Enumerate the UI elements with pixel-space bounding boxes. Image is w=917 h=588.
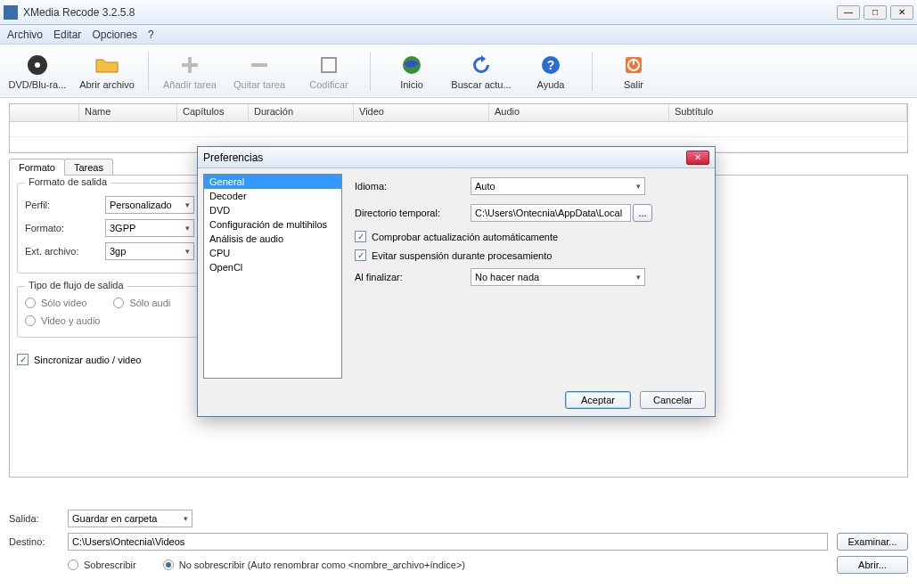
folder-open-icon — [94, 53, 119, 78]
toolbar-home-button[interactable]: Inicio — [380, 47, 444, 95]
menu-archivo[interactable]: Archivo — [7, 29, 43, 41]
category-list[interactable]: General Decoder DVD Configuración de mul… — [203, 174, 342, 379]
examinar-button[interactable]: Examinar... — [837, 533, 908, 551]
on-finish-combo[interactable]: No hacer nada — [471, 268, 645, 286]
help-icon: ? — [538, 53, 563, 78]
table-col-subtitle[interactable]: Subtítulo — [669, 104, 907, 121]
salida-combo[interactable]: Guardar en carpeta — [68, 510, 192, 527]
radio-no-sobrescribir[interactable]: No sobrescribir (Auto renombrar como <no… — [163, 559, 465, 570]
globe-icon — [399, 53, 424, 78]
category-decoder[interactable]: Decoder — [204, 189, 341, 203]
radio-video-only[interactable]: Sólo video — [25, 298, 86, 308]
toolbar-dvd-button[interactable]: DVD/Blu-ra... — [5, 47, 70, 95]
output-format-legend: Formato de salida — [25, 176, 111, 187]
toolbar-help-button[interactable]: ? Ayuda — [519, 47, 583, 95]
app-icon — [4, 5, 18, 20]
ext-combo[interactable]: 3gp — [105, 242, 194, 260]
menu-opciones[interactable]: Opciones — [92, 29, 137, 41]
avoid-suspend-label: Evitar suspensión durante procesamiento — [372, 250, 552, 261]
svg-rect-3 — [322, 58, 336, 72]
menu-editar[interactable]: Editar — [53, 29, 81, 41]
minimize-button[interactable]: — — [837, 5, 860, 20]
abrir-button[interactable]: Abrir... — [837, 556, 908, 574]
table-col-duration[interactable]: Duración — [249, 104, 354, 121]
toolbar-separator — [148, 52, 149, 91]
bottom-panel: Salida: Guardar en carpeta Destino: Exam… — [9, 504, 908, 579]
toolbar-open-button[interactable]: Abrir archivo — [75, 47, 139, 95]
destino-label: Destino: — [9, 536, 59, 547]
radio-video-audio[interactable]: Video y audio — [25, 315, 196, 326]
toolbar-exit-label: Salir — [624, 79, 643, 90]
category-opencl[interactable]: OpenCl — [204, 260, 341, 274]
salida-label: Salida: — [9, 513, 59, 524]
category-cpu[interactable]: CPU — [204, 246, 341, 260]
dialog-footer: Aceptar Cancelar — [198, 384, 715, 416]
tempdir-browse-button[interactable]: ... — [633, 204, 652, 222]
radio-icon — [25, 315, 36, 326]
maximize-button[interactable]: □ — [864, 5, 887, 20]
disc-icon — [25, 53, 50, 78]
tab-tareas[interactable]: Tareas — [64, 159, 113, 176]
close-button[interactable]: ✕ — [890, 5, 913, 20]
svg-rect-9 — [633, 59, 635, 65]
dialog-close-button[interactable]: ✕ — [686, 151, 709, 165]
window-titlebar: XMedia Recode 3.2.5.8 — □ ✕ — [0, 0, 917, 25]
output-format-group: Formato de salida Perfil: Personalizado … — [17, 183, 204, 274]
profile-combo[interactable]: Personalizado — [105, 196, 194, 214]
table-col-chapters[interactable]: Capítulos — [177, 104, 249, 121]
menubar: Archivo Editar Opciones ? — [0, 25, 917, 45]
table-col-audio[interactable]: Audio — [489, 104, 669, 121]
category-audio-analysis[interactable]: Análisis de audio — [204, 232, 341, 246]
tempdir-input[interactable] — [471, 204, 631, 222]
toolbar-remove-task-button[interactable]: Quitar tarea — [227, 47, 291, 95]
toolbar-add-task-button[interactable]: Añadir tarea — [158, 47, 222, 95]
toolbar: DVD/Blu-ra... Abrir archivo Añadir tarea… — [0, 45, 917, 98]
toolbar-home-label: Inicio — [400, 79, 423, 90]
toolbar-exit-button[interactable]: Salir — [602, 47, 666, 95]
category-general[interactable]: General — [204, 175, 341, 189]
toolbar-update-label: Buscar actu... — [451, 79, 511, 90]
destino-input[interactable] — [68, 533, 828, 551]
window-controls: — □ ✕ — [837, 5, 913, 20]
category-dvd[interactable]: DVD — [204, 203, 341, 217]
dialog-titlebar[interactable]: Preferencias ✕ — [198, 147, 715, 168]
menu-help[interactable]: ? — [148, 29, 154, 41]
format-combo[interactable]: 3GPP — [105, 219, 194, 237]
toolbar-remove-task-label: Quitar tarea — [233, 79, 285, 90]
toolbar-add-task-label: Añadir tarea — [163, 79, 217, 90]
accept-button[interactable]: Aceptar — [565, 391, 631, 409]
dialog-title: Preferencias — [203, 151, 686, 164]
toolbar-encode-label: Codificar — [309, 79, 348, 90]
encode-icon — [316, 53, 341, 78]
toolbar-dvd-label: DVD/Blu-ra... — [9, 79, 67, 90]
avoid-suspend-checkbox[interactable]: ✓ — [355, 249, 366, 261]
category-multithread[interactable]: Configuración de multihilos — [204, 217, 341, 232]
power-icon — [621, 53, 646, 78]
svg-point-1 — [35, 62, 40, 68]
toolbar-update-button[interactable]: Buscar actu... — [449, 47, 513, 95]
radio-audio-only[interactable]: Sólo audi — [113, 298, 170, 308]
table-row — [10, 122, 907, 137]
check-update-checkbox[interactable]: ✓ — [355, 231, 366, 242]
table-col-name[interactable]: Name — [79, 104, 177, 121]
stream-type-group: Tipo de flujo de salida Sólo video Sólo … — [17, 286, 204, 338]
cancel-button[interactable]: Cancelar — [640, 391, 706, 409]
toolbar-encode-button[interactable]: Codificar — [297, 47, 361, 95]
stream-type-legend: Tipo de flujo de salida — [25, 280, 127, 290]
toolbar-open-label: Abrir archivo — [79, 79, 135, 90]
radio-icon — [25, 298, 36, 308]
plus-icon — [177, 53, 202, 78]
toolbar-separator — [370, 52, 371, 91]
table-header: Name Capítulos Duración Video Audio Subt… — [10, 104, 907, 122]
idioma-combo[interactable]: Auto — [471, 177, 645, 195]
tab-formato[interactable]: Formato — [9, 159, 65, 176]
idioma-label: Idioma: — [355, 181, 471, 192]
sync-checkbox[interactable]: ✓ — [17, 354, 29, 365]
radio-sobrescribir[interactable]: Sobrescribir — [68, 559, 136, 570]
format-label: Formato: — [25, 223, 96, 233]
table-col-blank[interactable] — [10, 104, 79, 121]
dialog-settings-panel: Idioma: Auto Directorio temporal: ... ✓ … — [348, 174, 709, 379]
on-finish-label: Al finalizar: — [355, 272, 471, 282]
table-col-video[interactable]: Video — [354, 104, 489, 121]
preferences-dialog: Preferencias ✕ General Decoder DVD Confi… — [197, 146, 716, 417]
